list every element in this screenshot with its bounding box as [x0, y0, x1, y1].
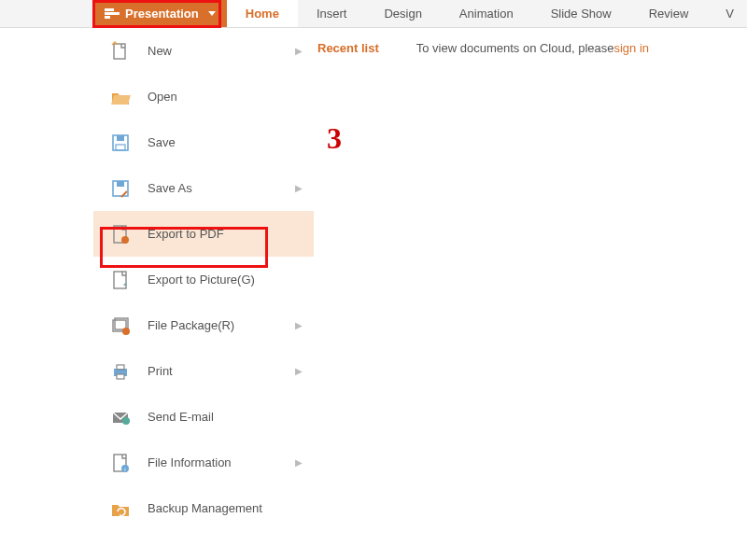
svg-point-19 — [122, 417, 130, 425]
svg-rect-17 — [117, 374, 124, 379]
svg-text:i: i — [124, 467, 125, 472]
chevron-right-icon: ▶ — [295, 183, 303, 193]
open-folder-icon — [110, 87, 131, 107]
menu-label: Export to Picture(G) — [148, 273, 303, 287]
svg-rect-3 — [114, 44, 125, 59]
file-package-icon — [110, 315, 131, 336]
tab-design[interactable]: Design — [365, 0, 440, 27]
menu-item-export-picture[interactable]: Export to Picture(G) — [93, 257, 314, 302]
svg-rect-11 — [114, 272, 126, 288]
app-logo-icon — [105, 8, 120, 20]
tab-insert[interactable]: Insert — [298, 0, 366, 27]
cloud-message: To view documents on Cloud, pleasesign i… — [416, 41, 649, 55]
tab-slide-show[interactable]: Slide Show — [532, 0, 630, 27]
menu-item-send-email[interactable]: Send E-mail — [93, 394, 314, 440]
export-picture-icon — [110, 270, 131, 290]
menu-label: Open — [148, 90, 303, 104]
chevron-right-icon: ▶ — [295, 46, 303, 56]
menu-label: Backup Management — [148, 501, 303, 515]
tab-bar: Presentation Home Insert Design Animatio… — [0, 0, 747, 28]
menu-item-print[interactable]: Print ▶ — [93, 348, 314, 394]
menu-label: Print — [148, 364, 295, 378]
file-info-icon: i — [110, 453, 131, 473]
menu-item-save-as[interactable]: Save As ▶ — [93, 165, 314, 211]
menu-item-open[interactable]: Open — [93, 74, 314, 119]
menu-item-save[interactable]: Save — [93, 119, 314, 165]
menu-label: New — [148, 44, 295, 58]
export-pdf-icon — [110, 224, 131, 245]
left-spacer — [0, 28, 93, 560]
tab-home[interactable]: Home — [227, 0, 298, 27]
presentation-menu-label: Presentation — [125, 7, 199, 21]
menu-label: Send E-mail — [148, 410, 303, 424]
menu-item-new[interactable]: New ▶ — [93, 28, 314, 74]
menu-item-file-package[interactable]: File Package(R) ▶ — [93, 302, 314, 348]
sign-in-link[interactable]: sign in — [613, 41, 649, 55]
svg-rect-2 — [105, 16, 110, 19]
backup-icon — [110, 498, 131, 519]
recent-list-heading: Recent list — [317, 41, 379, 55]
svg-rect-8 — [117, 181, 124, 187]
print-icon — [110, 361, 131, 382]
menu-item-file-info[interactable]: i File Information ▶ — [93, 440, 314, 485]
svg-rect-0 — [105, 12, 120, 15]
chevron-right-icon: ▶ — [295, 320, 303, 330]
menu-label: Save As — [148, 181, 295, 195]
save-icon — [110, 133, 131, 153]
tab-animation[interactable]: Animation — [441, 0, 532, 27]
menu-item-backup[interactable]: Backup Management — [93, 485, 314, 531]
presentation-menu-button[interactable]: Presentation — [93, 0, 227, 27]
menu-label: File Information — [148, 455, 295, 469]
menu-item-export-pdf[interactable]: Export to PDF — [93, 211, 314, 257]
save-as-icon — [110, 178, 131, 199]
chevron-right-icon: ▶ — [295, 366, 303, 376]
annotation-step-number: 3 — [327, 121, 342, 156]
svg-point-10 — [121, 236, 129, 244]
svg-rect-1 — [105, 8, 114, 11]
svg-rect-6 — [116, 145, 125, 150]
svg-rect-5 — [117, 135, 124, 141]
tab-review[interactable]: Review — [630, 0, 708, 27]
tab-view-cut[interactable]: V — [707, 0, 740, 27]
content-panel: Recent list To view documents on Cloud, … — [314, 28, 747, 560]
menu-label: Save — [148, 135, 303, 149]
new-file-icon — [110, 41, 131, 62]
email-icon — [110, 407, 131, 427]
menu-label: Export to PDF — [148, 227, 303, 241]
file-menu: New ▶ Open Save Save As ▶ — [93, 28, 314, 560]
svg-point-14 — [122, 328, 130, 335]
menu-label: File Package(R) — [148, 318, 295, 332]
chevron-right-icon: ▶ — [295, 457, 303, 468]
caret-down-icon — [208, 11, 216, 16]
